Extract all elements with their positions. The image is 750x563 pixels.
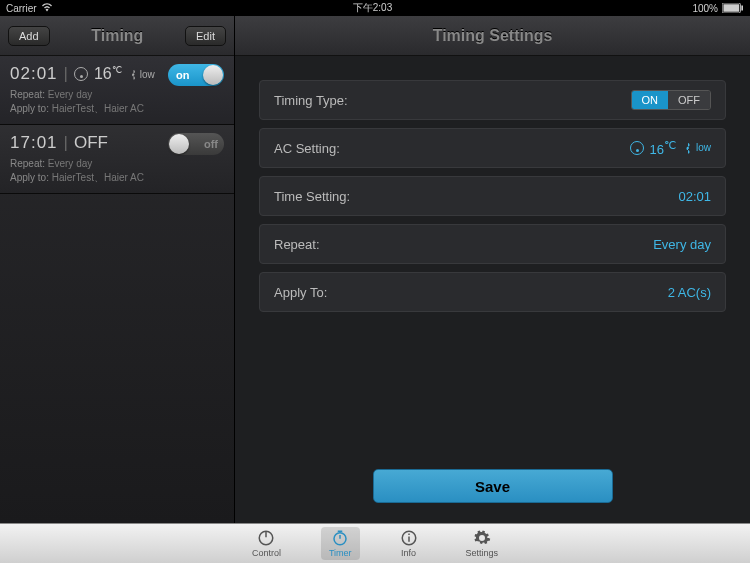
add-button[interactable]: Add xyxy=(8,26,50,46)
gear-icon xyxy=(473,529,491,547)
row-timing-type: Timing Type: ON OFF xyxy=(259,80,726,120)
battery-label: 100% xyxy=(692,3,718,14)
edit-button[interactable]: Edit xyxy=(185,26,226,46)
svg-rect-12 xyxy=(408,534,410,536)
timer-toggle[interactable]: off xyxy=(168,133,224,155)
tab-info[interactable]: Info xyxy=(392,527,426,560)
timer-state: OFF xyxy=(74,133,108,153)
mode-icon xyxy=(74,67,88,81)
row-value: 02:01 xyxy=(678,189,711,204)
timer-toggle[interactable]: on xyxy=(168,64,224,86)
timing-type-segmented[interactable]: ON OFF xyxy=(631,90,712,110)
sidebar: Add Timing Edit 02:01 | 16℃ low on Repea xyxy=(0,16,235,523)
timer-temp: 16℃ xyxy=(94,65,122,83)
seg-off[interactable]: OFF xyxy=(668,91,710,109)
tab-bar: Control Timer Info Settings xyxy=(0,523,750,563)
row-repeat[interactable]: Repeat: Every day xyxy=(259,224,726,264)
battery-icon xyxy=(722,3,744,13)
svg-point-4 xyxy=(687,147,689,149)
row-label: Apply To: xyxy=(274,285,327,300)
tab-timer[interactable]: Timer xyxy=(321,527,360,560)
row-label: AC Setting: xyxy=(274,141,340,156)
row-time-setting[interactable]: Time Setting: 02:01 xyxy=(259,176,726,216)
svg-rect-11 xyxy=(408,537,410,542)
sidebar-title: Timing xyxy=(91,27,143,45)
save-button[interactable]: Save xyxy=(373,469,613,503)
ac-temp: 16℃ xyxy=(650,139,676,157)
row-label: Time Setting: xyxy=(274,189,350,204)
timer-card[interactable]: 02:01 | 16℃ low on Repeat: Every day App… xyxy=(0,56,234,125)
svg-rect-1 xyxy=(723,4,739,12)
timer-icon xyxy=(331,529,349,547)
row-apply-to[interactable]: Apply To: 2 AC(s) xyxy=(259,272,726,312)
tab-settings[interactable]: Settings xyxy=(458,527,507,560)
wifi-icon xyxy=(41,2,53,14)
timer-time: 02:01 xyxy=(10,64,58,84)
main-panel: Timing Settings Timing Type: ON OFF AC S… xyxy=(235,16,750,523)
carrier-label: Carrier xyxy=(6,3,37,14)
row-label: Repeat: xyxy=(274,237,320,252)
row-ac-setting[interactable]: AC Setting: 16℃ low xyxy=(259,128,726,168)
seg-on[interactable]: ON xyxy=(632,91,669,109)
status-bar: Carrier 下午2:03 100% xyxy=(0,0,750,16)
row-value: 2 AC(s) xyxy=(668,285,711,300)
tab-control[interactable]: Control xyxy=(244,527,289,560)
svg-rect-2 xyxy=(741,6,743,11)
main-title: Timing Settings xyxy=(235,16,750,56)
svg-point-3 xyxy=(132,73,134,75)
status-time: 下午2:03 xyxy=(353,1,392,15)
fan-icon: low xyxy=(682,142,711,154)
svg-rect-6 xyxy=(266,531,268,537)
row-label: Timing Type: xyxy=(274,93,348,108)
row-value: Every day xyxy=(653,237,711,252)
mode-icon xyxy=(630,141,644,155)
svg-rect-8 xyxy=(338,531,343,533)
control-icon xyxy=(257,529,275,547)
timer-card[interactable]: 17:01 | OFF off Repeat: Every day Apply … xyxy=(0,125,234,194)
timer-time: 17:01 xyxy=(10,133,58,153)
sidebar-header: Add Timing Edit xyxy=(0,16,234,56)
info-icon xyxy=(400,529,418,547)
fan-icon: low xyxy=(128,69,155,80)
